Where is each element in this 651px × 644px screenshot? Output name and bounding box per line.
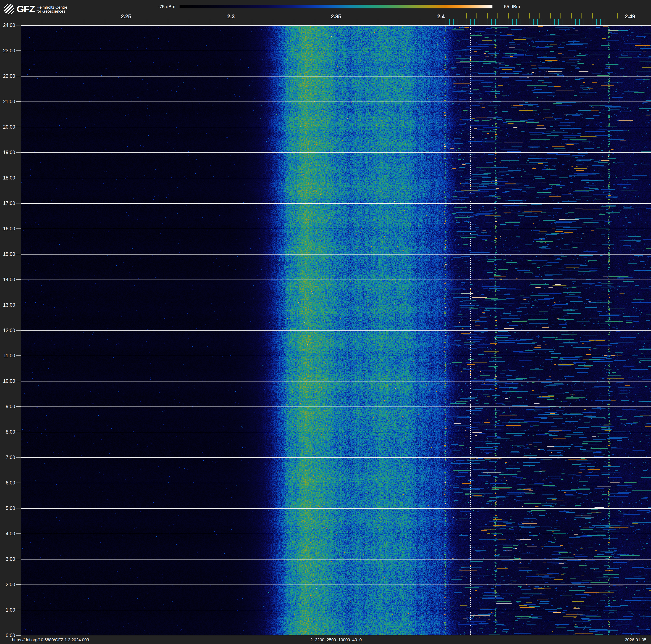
hour-tick [16,635,21,636]
ble-channel-tick [546,19,546,25]
ble-channel-tick [596,19,597,25]
ble-channel-tick [487,19,488,25]
colorbar-gradient [180,5,492,8]
ble-channel-tick [512,19,513,25]
spectrogram-page: GFZ Helmholtz Centre for Geosciences -75… [0,0,651,644]
time-label: 18:00 [0,175,15,180]
ble-channel-tick [579,19,580,25]
ble-channel-tick [588,19,588,25]
hour-tick [16,432,21,432]
frequency-tick-label: 2.49 [617,13,643,20]
frequency-tick [231,19,231,25]
time-label: 1:00 [0,607,15,613]
logo-org-line2: for Geosciences [36,9,67,13]
time-label: 6:00 [0,480,15,486]
ble-channel-tick [458,19,458,25]
time-label: 2:00 [0,582,15,587]
ble-channel-tick [508,19,508,25]
wifi-channel-tick [560,12,561,19]
ble-channel-tick [609,19,609,25]
gfz-logo-icon [4,4,14,14]
wifi-channel-tick [571,12,571,19]
hour-tick [16,381,21,381]
hour-tick [16,305,21,305]
time-label: 15:00 [0,252,15,257]
time-label: 16:00 [0,226,15,231]
frequency-tick [630,19,630,25]
hour-tick [16,254,21,254]
frequency-tick-label: 2.3 [218,13,244,20]
wifi-channel-tick [487,12,488,19]
hour-tick [16,330,21,331]
hour-tick [16,457,21,458]
time-label: 7:00 [0,455,15,460]
frequency-tick [105,19,105,25]
wifi-channel-tick [466,12,467,19]
frequency-tick [336,19,336,25]
ble-channel-tick [449,19,450,25]
ble-channel-tick [537,19,538,25]
time-label: 19:00 [0,150,15,155]
time-label: 3:00 [0,556,15,562]
wifi-channel-tick [550,12,551,19]
frequency-tick [441,19,441,25]
frequency-tick [399,19,399,25]
ble-channel-tick [600,19,601,25]
time-label: 10:00 [0,378,15,384]
ble-channel-tick [554,19,555,25]
colorbar-max-label: -55 dBm [502,4,555,9]
frequency-tick [420,19,420,25]
ble-channel-tick [533,19,534,25]
frequency-tick [294,19,294,25]
logo-brand: GFZ [17,3,35,15]
ble-channel-tick [500,19,500,25]
ble-channel-tick [470,19,471,25]
hour-tick [16,51,21,51]
frequency-tick [63,19,63,25]
time-label: 11:00 [0,353,15,358]
hour-tick [16,127,21,127]
frequency-tick [147,19,147,25]
time-label: 12:00 [0,328,15,333]
ble-channel-tick [521,19,521,25]
frequency-tick [357,19,357,25]
time-label: 13:00 [0,302,15,308]
ble-channel-tick [474,19,475,25]
frequency-tick [21,19,21,25]
ble-channel-tick [567,19,567,25]
time-label: 5:00 [0,505,15,511]
hour-tick [16,101,21,102]
frequency-tick [84,19,84,25]
wifi-channel-tick [592,12,593,19]
hour-tick [16,482,21,483]
ble-channel-tick [604,19,605,25]
time-label: 14:00 [0,277,15,282]
spectrogram-canvas [21,25,651,635]
frequency-tick-label: 2.25 [114,13,138,20]
hour-tick [16,584,21,585]
frequency-tick [252,19,252,25]
hour-tick [16,152,21,153]
frequency-tick-label: 2.4 [428,13,454,20]
frequency-tick [189,19,189,25]
colorbar-min-label: -75 dBm [130,4,175,9]
hour-tick [16,203,21,203]
ble-channel-tick [592,19,592,25]
hour-tick [16,355,21,356]
wifi-channel-tick [476,12,477,19]
ble-channel-tick [563,19,563,25]
frequency-tick [210,19,210,25]
frequency-tick [315,19,315,25]
ble-channel-tick [491,19,492,25]
dataset-id-label: 2_2200_2500_10000_40_0 [21,638,651,642]
ble-channel-tick [504,19,504,25]
hour-tick [16,533,21,534]
time-label: 17:00 [0,201,15,206]
frequency-tick [42,19,42,25]
ble-channel-tick [466,19,466,25]
wifi-channel-tick [582,12,582,19]
hour-tick [16,178,21,178]
logo-org-line1: Helmholtz Centre [36,5,67,9]
logo-org-name: Helmholtz Centre for Geosciences [36,5,67,13]
frequency-tick [378,19,378,25]
